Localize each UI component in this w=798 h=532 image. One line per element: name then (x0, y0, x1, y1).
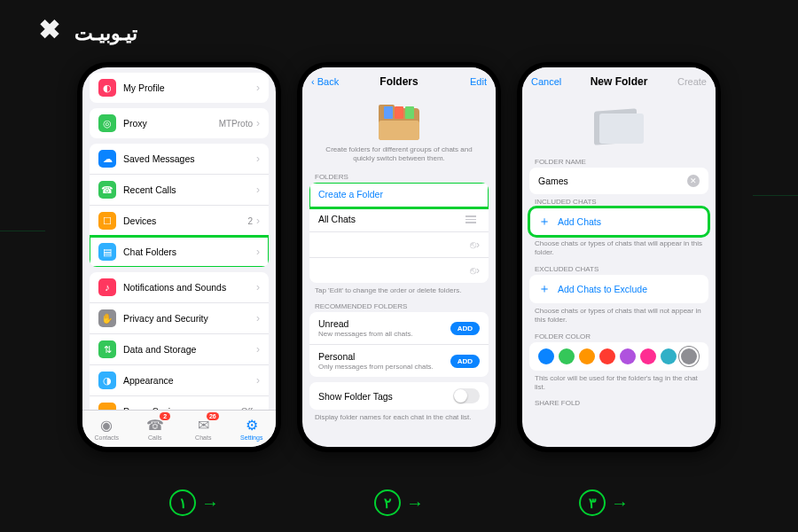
settings-row-notifications-and-sounds[interactable]: ♪ Notifications and Sounds › (90, 272, 269, 303)
tab-label: Settings (240, 434, 262, 441)
phone-1: ◐ My Profile › ◎ Proxy MTProto › ☁ Saved… (77, 62, 281, 452)
create-button[interactable]: Create (677, 76, 707, 87)
row-label: Privacy and Security (123, 313, 256, 324)
row-icon: ☎ (98, 181, 116, 199)
row-icon: ☁ (98, 150, 116, 168)
settings-row-saved-messages[interactable]: ☁ Saved Messages › (90, 144, 269, 175)
toggle-switch[interactable] (453, 388, 480, 403)
color-option[interactable] (559, 348, 575, 364)
row-icon: ⌁ (98, 403, 116, 410)
color-picker (529, 342, 708, 371)
row-label: Devices (123, 215, 247, 226)
step-2: ۲→ (374, 489, 424, 516)
step-indicators: ۱→ ۲→ ۳→ (0, 489, 798, 516)
chevron-right-icon: › (256, 281, 260, 293)
row-label: Saved Messages (123, 153, 256, 164)
section-folders: FOLDERS (302, 169, 496, 183)
chevron-right-icon: › (256, 82, 260, 94)
row-icon: ◐ (98, 79, 116, 97)
step-1: ۱→ (169, 489, 219, 516)
folder-row-empty[interactable]: ⎋› (309, 232, 489, 258)
step-3: ۳→ (579, 489, 629, 516)
show-folder-tags-row[interactable]: Show Folder Tags (309, 382, 489, 410)
settings-row-chat-folders[interactable]: ▤ Chat Folders › (90, 237, 269, 267)
back-button[interactable]: ‹ Back (311, 76, 339, 87)
settings-row-data-and-storage[interactable]: ⇅ Data and Storage › (90, 334, 269, 365)
excluded-tip: Choose chats or types of chats that will… (522, 303, 716, 329)
chevron-right-icon: › (256, 343, 260, 356)
folders-scroll[interactable]: Create folders for different groups of c… (302, 96, 496, 447)
row-label: Notifications and Sounds (123, 282, 256, 293)
site-logo: تيـوبيـت (35, 20, 137, 48)
settings-icon: ⚙ (246, 417, 258, 434)
section-folder-name: FOLDER NAME (522, 154, 716, 168)
recommended-personal-row[interactable]: Personal Only messages from personal cha… (309, 345, 489, 377)
color-option[interactable] (661, 348, 677, 364)
new-folder-scroll[interactable]: FOLDER NAME ✕ INCLUDED CHATS ＋Add Chats … (522, 96, 716, 447)
arrow-icon: → (611, 493, 629, 513)
tab-label: Calls (148, 434, 162, 441)
chevron-right-icon: › (256, 184, 260, 196)
color-option[interactable] (579, 348, 595, 364)
chevron-right-icon: › (256, 246, 260, 258)
folder-name-row[interactable]: ✕ (529, 168, 708, 194)
logo-icon (35, 20, 64, 48)
settings-row-privacy-and-security[interactable]: ✋ Privacy and Security › (90, 303, 269, 334)
row-icon: ✋ (98, 309, 116, 327)
folder-row-empty[interactable]: ⎋› (309, 258, 489, 283)
nav-bar: ‹ Back Folders Edit (302, 67, 496, 96)
row-label: Recent Calls (123, 184, 256, 195)
clear-icon[interactable]: ✕ (687, 175, 700, 187)
phone-3: Cancel New Folder Create FOLDER NAME ✕ I… (517, 62, 721, 452)
tab-calls[interactable]: 2 ☎ Calls (131, 411, 180, 447)
recommended-unread-row[interactable]: Unread New messages from all chats. ADD (309, 312, 489, 345)
row-icon: ◎ (98, 114, 116, 132)
color-option[interactable] (681, 348, 697, 364)
section-excluded: EXCLUDED CHATS (522, 262, 716, 275)
exclude-chats-row[interactable]: ＋Add Chats to Exclude (529, 275, 708, 303)
row-value: MTProto (219, 119, 253, 129)
rec-title: Personal (318, 351, 450, 362)
rec-title: Unread (318, 318, 450, 329)
settings-row-proxy[interactable]: ◎ Proxy MTProto › (90, 108, 269, 138)
settings-row-appearance[interactable]: ◑ Appearance › (90, 365, 269, 396)
folder-art-icon (379, 105, 419, 140)
row-label: Data and Storage (123, 344, 256, 355)
section-included: INCLUDED CHATS (522, 194, 716, 207)
color-option[interactable] (640, 348, 656, 364)
settings-scroll[interactable]: ◐ My Profile › ◎ Proxy MTProto › ☁ Saved… (82, 67, 276, 410)
all-chats-row[interactable]: All Chats (309, 207, 489, 232)
settings-row-power-saving[interactable]: ⌁ Power Saving Off › (90, 396, 269, 410)
row-label: My Profile (123, 82, 256, 93)
create-folder-row[interactable]: Create a Folder (309, 183, 489, 207)
settings-row-devices[interactable]: ☐ Devices 2 › (90, 206, 269, 237)
settings-row-my-profile[interactable]: ◐ My Profile › (90, 73, 269, 103)
add-button[interactable]: ADD (450, 322, 480, 335)
rec-subtitle: New messages from all chats. (318, 330, 450, 338)
color-option[interactable] (620, 348, 636, 364)
chevron-right-icon: › (256, 215, 260, 227)
color-tip: This color will be used for the folder's… (522, 371, 716, 396)
add-button[interactable]: ADD (450, 355, 480, 368)
row-value: 2 (247, 216, 253, 226)
section-share: SHARE FOLD (522, 395, 716, 409)
tab-label: Chats (195, 434, 211, 441)
tab-chats[interactable]: 26 ✉ Chats (179, 411, 228, 447)
link-icon: ⎋ (470, 239, 476, 251)
chevron-right-icon: › (256, 117, 260, 129)
plus-icon: ＋ (538, 214, 551, 230)
color-option[interactable] (538, 348, 554, 364)
folders-hero: Create folders for different groups of c… (302, 96, 496, 169)
chevron-right-icon: › (256, 312, 260, 325)
row-icon: ▤ (98, 243, 116, 261)
tab-contacts[interactable]: ◉ Contacts (82, 411, 131, 447)
row-icon: ☐ (98, 212, 116, 230)
edit-button[interactable]: Edit (470, 76, 487, 87)
add-chats-row[interactable]: ＋Add Chats (529, 207, 708, 236)
drag-handle-icon[interactable] (466, 215, 476, 223)
tab-settings[interactable]: ⚙ Settings (228, 411, 277, 447)
settings-row-recent-calls[interactable]: ☎ Recent Calls › (90, 175, 269, 206)
color-option[interactable] (599, 348, 615, 364)
cancel-button[interactable]: Cancel (531, 76, 561, 87)
folder-name-input[interactable] (538, 176, 687, 186)
